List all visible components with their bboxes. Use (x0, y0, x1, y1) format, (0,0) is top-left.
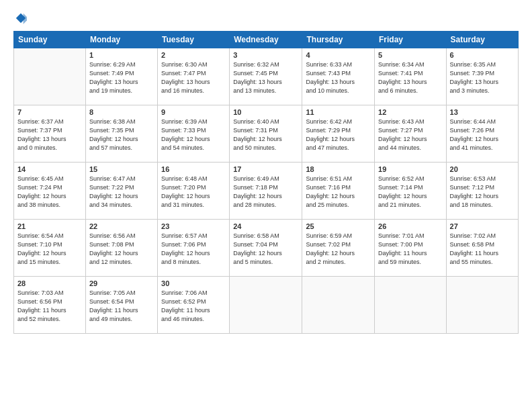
day-info: Sunrise: 6:39 AMSunset: 7:33 PMDaylight:… (161, 118, 226, 152)
day-number: 13 (450, 108, 515, 116)
day-number: 16 (161, 165, 226, 173)
logo-icon (15, 12, 27, 24)
calendar-cell: 29Sunrise: 7:05 AMSunset: 6:54 PMDayligh… (85, 277, 157, 334)
calendar-cell: 16Sunrise: 6:48 AMSunset: 7:20 PMDayligh… (158, 163, 230, 220)
day-number: 24 (233, 222, 298, 230)
calendar-cell: 28Sunrise: 7:03 AMSunset: 6:56 PMDayligh… (14, 277, 86, 334)
day-info: Sunrise: 6:58 AMSunset: 7:04 PMDaylight:… (233, 232, 298, 267)
page: SundayMondayTuesdayWednesdayThursdayFrid… (0, 0, 532, 411)
calendar-header-wednesday: Wednesday (230, 32, 302, 48)
calendar-cell: 10Sunrise: 6:40 AMSunset: 7:31 PMDayligh… (230, 105, 302, 163)
calendar-week-4: 21Sunrise: 6:54 AMSunset: 7:10 PMDayligh… (14, 220, 519, 277)
calendar-cell: 13Sunrise: 6:44 AMSunset: 7:26 PMDayligh… (446, 105, 518, 163)
calendar-header-thursday: Thursday (302, 32, 375, 48)
header (13, 12, 519, 24)
svg-marker-1 (24, 13, 27, 24)
calendar-cell: 26Sunrise: 7:01 AMSunset: 7:00 PMDayligh… (375, 220, 447, 277)
calendar-cell (230, 277, 302, 334)
day-number: 30 (161, 279, 226, 287)
day-info: Sunrise: 6:35 AMSunset: 7:39 PMDaylight:… (450, 60, 515, 95)
calendar-cell (446, 277, 518, 334)
calendar-cell: 2Sunrise: 6:30 AMSunset: 7:47 PMDaylight… (158, 48, 230, 105)
calendar-week-5: 28Sunrise: 7:03 AMSunset: 6:56 PMDayligh… (14, 277, 519, 334)
day-number: 9 (161, 108, 226, 116)
day-number: 22 (89, 222, 154, 230)
day-info: Sunrise: 6:52 AMSunset: 7:14 PMDaylight:… (378, 175, 443, 210)
day-info: Sunrise: 6:59 AMSunset: 7:02 PMDaylight:… (306, 232, 371, 267)
day-info: Sunrise: 6:45 AMSunset: 7:24 PMDaylight:… (17, 175, 82, 210)
day-number: 23 (161, 222, 226, 230)
calendar-cell: 9Sunrise: 6:39 AMSunset: 7:33 PMDaylight… (158, 105, 230, 163)
day-number: 10 (233, 108, 298, 116)
day-number: 2 (161, 51, 226, 59)
day-info: Sunrise: 6:34 AMSunset: 7:41 PMDaylight:… (378, 60, 443, 95)
calendar-cell (14, 48, 86, 105)
calendar-cell: 12Sunrise: 6:43 AMSunset: 7:27 PMDayligh… (375, 105, 447, 163)
calendar-cell: 17Sunrise: 6:49 AMSunset: 7:18 PMDayligh… (230, 163, 302, 220)
calendar-header-row: SundayMondayTuesdayWednesdayThursdayFrid… (14, 32, 519, 48)
calendar-header-monday: Monday (85, 32, 157, 48)
calendar-cell: 15Sunrise: 6:47 AMSunset: 7:22 PMDayligh… (85, 163, 157, 220)
day-number: 1 (89, 51, 154, 59)
day-info: Sunrise: 6:44 AMSunset: 7:26 PMDaylight:… (450, 118, 515, 152)
calendar-cell: 11Sunrise: 6:42 AMSunset: 7:29 PMDayligh… (302, 105, 375, 163)
day-info: Sunrise: 7:03 AMSunset: 6:56 PMDaylight:… (17, 289, 82, 324)
calendar-cell: 7Sunrise: 6:37 AMSunset: 7:37 PMDaylight… (14, 105, 86, 163)
day-info: Sunrise: 7:05 AMSunset: 6:54 PMDaylight:… (89, 289, 154, 324)
day-number: 17 (233, 165, 298, 173)
day-number: 27 (450, 222, 515, 230)
calendar-header-tuesday: Tuesday (158, 32, 230, 48)
calendar: SundayMondayTuesdayWednesdayThursdayFrid… (13, 31, 519, 334)
calendar-cell: 27Sunrise: 7:02 AMSunset: 6:58 PMDayligh… (446, 220, 518, 277)
day-number: 5 (378, 51, 443, 59)
logo (13, 12, 27, 24)
day-info: Sunrise: 6:43 AMSunset: 7:27 PMDaylight:… (378, 118, 443, 152)
day-info: Sunrise: 6:29 AMSunset: 7:49 PMDaylight:… (89, 60, 154, 95)
calendar-cell: 21Sunrise: 6:54 AMSunset: 7:10 PMDayligh… (14, 220, 86, 277)
day-number: 20 (450, 165, 515, 173)
calendar-cell: 19Sunrise: 6:52 AMSunset: 7:14 PMDayligh… (375, 163, 447, 220)
calendar-cell: 5Sunrise: 6:34 AMSunset: 7:41 PMDaylight… (375, 48, 447, 105)
day-number: 19 (378, 165, 443, 173)
calendar-cell: 23Sunrise: 6:57 AMSunset: 7:06 PMDayligh… (158, 220, 230, 277)
calendar-cell: 4Sunrise: 6:33 AMSunset: 7:43 PMDaylight… (302, 48, 375, 105)
day-number: 18 (306, 165, 371, 173)
calendar-cell: 30Sunrise: 7:06 AMSunset: 6:52 PMDayligh… (158, 277, 230, 334)
calendar-cell: 20Sunrise: 6:53 AMSunset: 7:12 PMDayligh… (446, 163, 518, 220)
calendar-week-2: 7Sunrise: 6:37 AMSunset: 7:37 PMDaylight… (14, 105, 519, 163)
day-info: Sunrise: 6:33 AMSunset: 7:43 PMDaylight:… (306, 60, 371, 95)
day-info: Sunrise: 6:38 AMSunset: 7:35 PMDaylight:… (89, 118, 154, 152)
day-number: 21 (17, 222, 82, 230)
calendar-cell: 3Sunrise: 6:32 AMSunset: 7:45 PMDaylight… (230, 48, 302, 105)
day-number: 14 (17, 165, 82, 173)
day-number: 12 (378, 108, 443, 116)
day-info: Sunrise: 6:32 AMSunset: 7:45 PMDaylight:… (233, 60, 298, 95)
calendar-cell: 18Sunrise: 6:51 AMSunset: 7:16 PMDayligh… (302, 163, 375, 220)
calendar-header-friday: Friday (375, 32, 447, 48)
day-info: Sunrise: 6:37 AMSunset: 7:37 PMDaylight:… (17, 118, 82, 152)
day-info: Sunrise: 6:56 AMSunset: 7:08 PMDaylight:… (89, 232, 154, 267)
calendar-week-3: 14Sunrise: 6:45 AMSunset: 7:24 PMDayligh… (14, 163, 519, 220)
day-number: 26 (378, 222, 443, 230)
day-number: 28 (17, 279, 82, 287)
day-info: Sunrise: 6:57 AMSunset: 7:06 PMDaylight:… (161, 232, 226, 267)
calendar-cell: 24Sunrise: 6:58 AMSunset: 7:04 PMDayligh… (230, 220, 302, 277)
day-info: Sunrise: 6:54 AMSunset: 7:10 PMDaylight:… (17, 232, 82, 267)
calendar-header-saturday: Saturday (446, 32, 518, 48)
day-info: Sunrise: 6:30 AMSunset: 7:47 PMDaylight:… (161, 60, 226, 95)
calendar-cell: 14Sunrise: 6:45 AMSunset: 7:24 PMDayligh… (14, 163, 86, 220)
day-info: Sunrise: 7:02 AMSunset: 6:58 PMDaylight:… (450, 232, 515, 267)
calendar-cell: 1Sunrise: 6:29 AMSunset: 7:49 PMDaylight… (85, 48, 157, 105)
calendar-cell: 22Sunrise: 6:56 AMSunset: 7:08 PMDayligh… (85, 220, 157, 277)
day-info: Sunrise: 7:01 AMSunset: 7:00 PMDaylight:… (378, 232, 443, 267)
calendar-week-1: 1Sunrise: 6:29 AMSunset: 7:49 PMDaylight… (14, 48, 519, 105)
day-info: Sunrise: 6:48 AMSunset: 7:20 PMDaylight:… (161, 175, 226, 210)
calendar-cell: 8Sunrise: 6:38 AMSunset: 7:35 PMDaylight… (85, 105, 157, 163)
day-info: Sunrise: 7:06 AMSunset: 6:52 PMDaylight:… (161, 289, 226, 324)
calendar-cell: 6Sunrise: 6:35 AMSunset: 7:39 PMDaylight… (446, 48, 518, 105)
day-info: Sunrise: 6:42 AMSunset: 7:29 PMDaylight:… (306, 118, 371, 152)
day-number: 4 (306, 51, 371, 59)
calendar-header-sunday: Sunday (14, 32, 86, 48)
day-info: Sunrise: 6:47 AMSunset: 7:22 PMDaylight:… (89, 175, 154, 210)
day-number: 25 (306, 222, 371, 230)
